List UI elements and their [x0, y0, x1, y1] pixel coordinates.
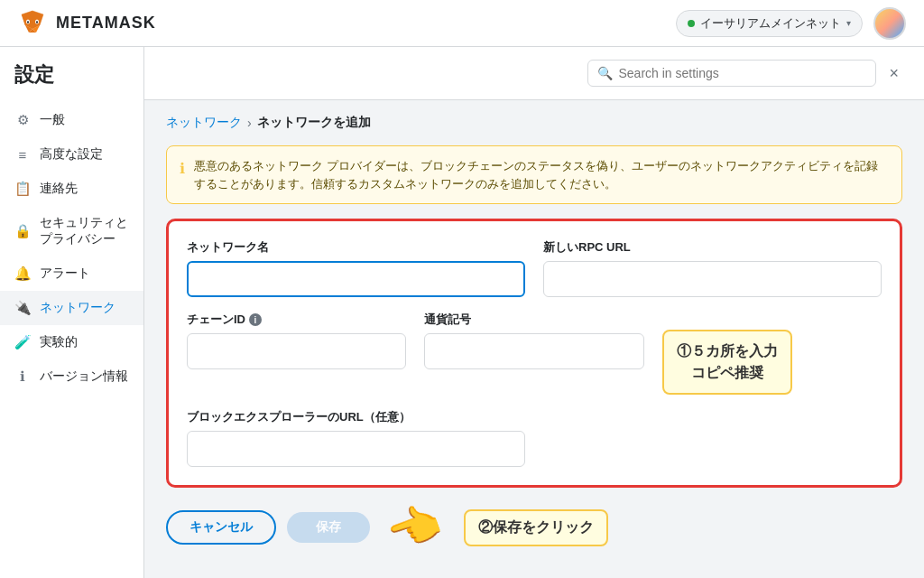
form-row-3: ブロックエクスプローラーのURL（任意）: [187, 409, 882, 467]
sidebar-item-label: セキュリティとプライバシー: [40, 215, 129, 247]
network-status-dot: [688, 20, 695, 27]
explorer-group: ブロックエクスプローラーのURL（任意）: [187, 409, 525, 467]
sidebar-item-label: バージョン情報: [40, 368, 128, 385]
sidebar-item-general[interactable]: ⚙ 一般: [0, 103, 143, 137]
metamask-fox-icon: [18, 9, 47, 38]
settings-title: 設定: [0, 61, 143, 103]
breadcrumb-separator: ›: [247, 116, 252, 130]
callout-line1: ①５カ所を入力: [677, 340, 778, 362]
svg-point-8: [27, 21, 29, 23]
hand-pointer-icon: 👉: [381, 494, 449, 560]
sidebar-item-label: 実験的: [40, 334, 78, 350]
warning-banner: ℹ 悪意のあるネットワーク プロバイダーは、ブロックチェーンのステータスを偽り、…: [166, 145, 902, 204]
rpc-url-group: 新しいRPC URL: [543, 239, 882, 297]
network-label: イーサリアムメインネット: [700, 15, 841, 32]
callout-save-text: ②保存をクリック: [478, 519, 594, 535]
currency-group: 通貨記号: [424, 312, 643, 369]
search-input-wrapper: 🔍: [587, 60, 876, 87]
explorer-input[interactable]: [187, 431, 525, 467]
experimental-icon: 🧪: [14, 334, 31, 350]
chain-id-info-icon[interactable]: i: [249, 313, 262, 326]
form-row-1: ネットワーク名 新しいRPC URL: [187, 239, 882, 297]
warning-text: 悪意のあるネットワーク プロバイダーは、ブロックチェーンのステータスを偽り、ユー…: [194, 157, 889, 192]
network-selector[interactable]: イーサリアムメインネット ▾: [676, 10, 863, 37]
sidebar-item-alerts[interactable]: 🔔 アラート: [0, 256, 143, 291]
sidebar-item-about[interactable]: ℹ バージョン情報: [0, 359, 143, 394]
lock-icon: 🔒: [14, 223, 31, 239]
sidebar-item-networks[interactable]: 🔌 ネットワーク: [0, 291, 143, 325]
search-input[interactable]: [618, 66, 866, 80]
warning-info-icon: ℹ: [180, 158, 185, 180]
header-right: イーサリアムメインネット ▾: [676, 7, 906, 40]
sidebar-item-label: 高度な設定: [40, 146, 103, 163]
bell-icon: 🔔: [14, 266, 31, 282]
search-area: 🔍 ×: [587, 60, 902, 87]
logo-area: METAMASK: [18, 9, 156, 38]
sidebar-item-label: アラート: [40, 266, 90, 282]
breadcrumb: ネットワーク › ネットワークを追加: [166, 115, 902, 131]
form-row-2: チェーンID i 通貨記号 ①５カ所を入力 コピペ推奨: [187, 312, 882, 395]
sidebar-item-security[interactable]: 🔒 セキュリティとプライバシー: [0, 206, 143, 256]
sidebar-item-contacts[interactable]: 📋 連絡先: [0, 172, 143, 206]
currency-input[interactable]: [424, 333, 643, 369]
sidebar-item-experimental[interactable]: 🧪 実験的: [0, 325, 143, 359]
sidebar-item-label: 一般: [40, 112, 65, 128]
chevron-down-icon: ▾: [846, 18, 851, 28]
action-row: キャンセル 保存 👉 ②保存をクリック: [166, 502, 902, 553]
search-icon: 🔍: [597, 66, 613, 80]
menu-icon: ≡: [14, 147, 31, 163]
network-name-group: ネットワーク名: [187, 239, 525, 297]
info-icon: ℹ: [14, 368, 31, 385]
rpc-url-label: 新しいRPC URL: [543, 239, 882, 256]
breadcrumb-current: ネットワークを追加: [257, 115, 371, 131]
svg-point-9: [36, 21, 38, 23]
page-header-band: 🔍 ×: [144, 47, 924, 100]
settings-sidebar: 設定 ⚙ 一般 ≡ 高度な設定 📋 連絡先 🔒 セキュリティとプライバシー 🔔 …: [0, 47, 144, 578]
contacts-icon: 📋: [14, 181, 31, 197]
network-form-card: ネットワーク名 新しいRPC URL チェーンID i: [166, 219, 902, 488]
app-header: METAMASK イーサリアムメインネット ▾: [0, 0, 924, 47]
save-button[interactable]: 保存: [287, 512, 370, 543]
chain-id-input[interactable]: [187, 333, 406, 369]
network-name-input[interactable]: [187, 261, 525, 297]
gear-icon: ⚙: [14, 112, 31, 128]
breadcrumb-parent[interactable]: ネットワーク: [166, 115, 242, 131]
network-name-label: ネットワーク名: [187, 239, 525, 256]
account-avatar[interactable]: [873, 7, 906, 40]
callout-box-2: ②保存をクリック: [464, 509, 608, 546]
chain-id-label: チェーンID i: [187, 312, 406, 328]
sidebar-item-label: 連絡先: [40, 181, 78, 197]
callout-line2: コピペ推奨: [677, 362, 778, 384]
sidebar-item-advanced[interactable]: ≡ 高度な設定: [0, 137, 143, 172]
sidebar-item-label: ネットワーク: [40, 300, 116, 316]
main-layout: 設定 ⚙ 一般 ≡ 高度な設定 📋 連絡先 🔒 セキュリティとプライバシー 🔔 …: [0, 47, 924, 578]
network-icon: 🔌: [14, 300, 31, 316]
close-button[interactable]: ×: [885, 64, 902, 83]
cancel-button[interactable]: キャンセル: [166, 510, 276, 545]
callout-box-1: ①５カ所を入力 コピペ推奨: [662, 330, 792, 395]
content-area: 🔍 × ネットワーク › ネットワークを追加 ℹ 悪意のあるネットワーク プロバ…: [144, 47, 924, 578]
app-title: METAMASK: [56, 14, 156, 33]
explorer-label: ブロックエクスプローラーのURL（任意）: [187, 409, 525, 425]
currency-label: 通貨記号: [424, 312, 643, 328]
chain-id-group: チェーンID i: [187, 312, 406, 369]
rpc-url-input[interactable]: [543, 261, 882, 297]
